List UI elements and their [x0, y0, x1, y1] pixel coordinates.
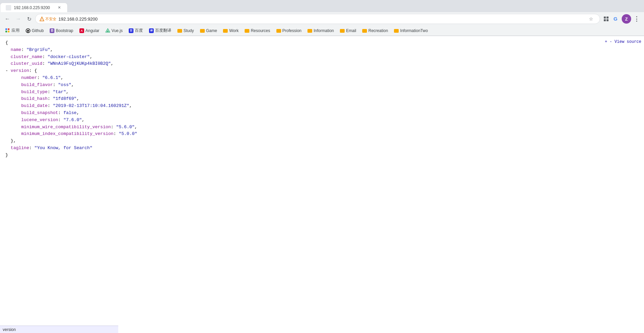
svg-rect-7 [8, 28, 9, 30]
bookmark-information[interactable]: Information [305, 28, 337, 34]
informationtwo-folder-icon [394, 29, 399, 33]
bookmark-recreation[interactable]: Recreation [360, 28, 391, 34]
work-folder-icon [223, 29, 228, 33]
bookmark-apps[interactable]: 应用 [3, 27, 22, 34]
extensions-icon [603, 16, 609, 22]
bookmarks-bar: 应用 Github B Bootstrap A Angular [0, 26, 644, 36]
tab-close-button[interactable]: ✕ [56, 5, 62, 10]
angular-icon: A [79, 28, 84, 33]
svg-rect-9 [8, 31, 9, 32]
json-content: { name: "BrgriFu", cluster_name: "docker… [5, 39, 639, 159]
toolbar-actions: G Z ⋮ [601, 14, 641, 24]
translate-button[interactable]: G [612, 14, 621, 24]
bookmark-vuejs[interactable]: Vue.js [103, 28, 125, 34]
bookmark-study[interactable]: Study [175, 28, 197, 34]
tab-bar: 192.168.0.225:9200 ✕ [0, 0, 644, 12]
translate-icon: G [613, 16, 620, 22]
url-text: 192.168.0.225:9200 [58, 17, 584, 22]
bootstrap-icon: B [50, 28, 54, 33]
study-folder-icon [177, 29, 182, 33]
bookmark-profession[interactable]: Profession [274, 28, 304, 34]
reload-button[interactable]: ↻ [24, 14, 34, 24]
baidufanyi-icon: 译 [149, 28, 154, 33]
tab-favicon [6, 5, 11, 10]
resources-folder-icon [245, 29, 249, 33]
extensions-button[interactable] [601, 14, 611, 24]
svg-text:G: G [614, 16, 618, 22]
address-actions: ☆ [586, 14, 596, 24]
view-source-link[interactable]: + - View source [605, 39, 641, 45]
information-folder-icon [307, 29, 312, 33]
active-tab[interactable]: 192.168.0.225:9200 ✕ [0, 3, 68, 12]
svg-rect-1 [604, 17, 606, 19]
bookmark-game[interactable]: Game [197, 28, 220, 34]
address-bar[interactable]: ! 不安全 192.168.0.225:9200 ☆ [35, 14, 600, 24]
bookmark-baidufanyi[interactable]: 译 百度翻译 [146, 27, 174, 34]
avatar[interactable]: Z [622, 14, 631, 24]
bookmark-resources[interactable]: Resources [242, 28, 273, 34]
tab-title: 192.168.0.225:9200 [14, 5, 50, 10]
baidu-icon: 百 [129, 28, 133, 33]
recreation-folder-icon [362, 29, 367, 33]
bookmark-bootstrap[interactable]: B Bootstrap [47, 28, 76, 34]
svg-rect-6 [5, 28, 7, 30]
apps-icon [5, 28, 10, 33]
svg-rect-2 [606, 17, 609, 19]
svg-rect-4 [606, 19, 609, 21]
navigation-bar: ← → ↻ ! 不安全 192.168.0.225:9200 ☆ [0, 12, 644, 26]
vuejs-icon [105, 28, 110, 33]
svg-text:!: ! [42, 18, 42, 21]
email-folder-icon [340, 29, 345, 33]
insecure-icon: ! [40, 17, 44, 21]
view-source-bar: + - View source [605, 39, 641, 45]
security-indicator: ! 不安全 [40, 17, 56, 22]
bookmark-angular[interactable]: A Angular [77, 28, 102, 34]
star-button[interactable]: ☆ [586, 14, 596, 24]
content-area: + - View source { name: "BrgriFu", clust… [0, 36, 644, 162]
github-icon [26, 28, 30, 33]
svg-rect-8 [5, 31, 7, 32]
game-folder-icon [200, 29, 205, 33]
svg-rect-3 [604, 19, 606, 21]
bookmark-baidu[interactable]: 百 百度 [126, 27, 146, 34]
bookmark-github[interactable]: Github [23, 28, 46, 34]
browser-chrome: 192.168.0.225:9200 ✕ ← → ↻ ! 不安全 192.168… [0, 0, 644, 36]
back-button[interactable]: ← [3, 14, 12, 24]
forward-button[interactable]: → [14, 14, 23, 24]
profession-folder-icon [276, 29, 281, 33]
bookmark-informationtwo[interactable]: InformationTwo [391, 28, 430, 34]
bookmark-email[interactable]: Email [337, 28, 359, 34]
menu-button[interactable]: ⋮ [632, 14, 641, 24]
bookmark-work[interactable]: Work [220, 28, 241, 34]
